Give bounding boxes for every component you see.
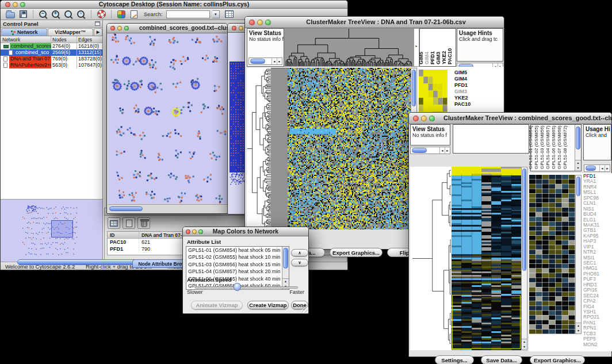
minimize-icon[interactable] (421, 116, 427, 121)
column-header[interactable]: Edges (77, 36, 102, 43)
zoom-in-button[interactable]: + (51, 9, 61, 19)
zoom-out-button[interactable]: − (38, 9, 48, 19)
scroll-left-button[interactable]: ◂ (599, 165, 605, 171)
minimize-icon[interactable] (239, 26, 243, 30)
zoom-slider[interactable]: ◂▸ (248, 58, 282, 65)
scroll-left-button[interactable]: ◂ (439, 147, 445, 154)
zoom-window-icon[interactable] (20, 2, 25, 7)
minimize-icon[interactable] (257, 20, 263, 25)
delete-attribute-button[interactable] (137, 217, 150, 229)
close-icon[interactable] (249, 20, 255, 25)
treeview1-titlebar[interactable]: ClusterMaker TreeView : DNA and Tran 07-… (245, 17, 504, 28)
zoom-fit-button[interactable] (63, 9, 74, 19)
scroll-thumb[interactable] (576, 177, 580, 196)
close-icon[interactable] (110, 26, 115, 30)
zoom-slider[interactable]: ◂▸ (584, 164, 610, 172)
save-data-button[interactable]: Save Data... (481, 355, 522, 364)
network-row[interactable]: combined_sco2569(6)13112(15) (1, 49, 102, 56)
minimize-icon[interactable] (117, 26, 122, 30)
zoom-window-icon[interactable] (124, 26, 129, 30)
help-button[interactable] (96, 9, 106, 19)
heatmap[interactable] (288, 68, 411, 229)
annotation-button[interactable] (129, 9, 139, 19)
slider-thumb[interactable] (250, 59, 265, 64)
attribute-list-item[interactable]: GPL51-03 (GSM856) heat shock 15 min (186, 261, 289, 268)
tab-vizmapper[interactable]: VizMapper™ (48, 28, 94, 36)
scroll-up-button[interactable]: ▴ (576, 323, 581, 328)
network-canvas[interactable] (108, 33, 227, 204)
new-attribute-button[interactable] (123, 217, 135, 229)
zoom-slider[interactable]: ◂▸ (410, 147, 450, 154)
move-up-button[interactable]: ∧ (291, 249, 308, 256)
search-input[interactable] (166, 10, 210, 18)
scroll-right-button[interactable]: ▸ (605, 165, 610, 171)
heatmap[interactable] (452, 167, 521, 350)
zoom-heatmap[interactable] (529, 175, 575, 334)
list-scrollbar[interactable]: ▴▾ (282, 247, 289, 289)
attribute-list-item[interactable]: GPL51-01 (GSM854) heat shock 05 min (186, 247, 289, 254)
export-graphics-button[interactable]: Export Graphics... (530, 355, 585, 364)
row-dendrogram[interactable] (410, 167, 452, 350)
scroll-right-button[interactable]: ▸ (445, 147, 450, 154)
vizmapper-button[interactable] (116, 9, 127, 19)
scroll-down-button[interactable]: ▾ (576, 328, 581, 334)
scroll-up-button[interactable]: ▴ (575, 160, 581, 166)
main-titlebar[interactable]: Cytoscape Desktop (Session Name: collins… (1, 1, 347, 9)
settings-button[interactable]: Settings... (435, 355, 474, 364)
row-dendrogram[interactable] (247, 68, 271, 229)
close-icon[interactable] (413, 116, 419, 121)
zoom-window-icon[interactable] (429, 116, 435, 121)
scroll-down-button[interactable]: ▾ (522, 344, 527, 350)
open-file-button[interactable] (5, 9, 16, 19)
speed-slider-thumb[interactable] (234, 283, 241, 291)
vertical-scrollbar[interactable]: ▴▾ (521, 167, 527, 350)
select-attributes-button[interactable] (108, 217, 120, 229)
scroll-right-button[interactable]: ▸ (277, 58, 282, 64)
birdseye-canvas[interactable] (2, 201, 101, 260)
save-button[interactable] (18, 9, 28, 19)
scroll-down-button[interactable]: ▾ (575, 166, 581, 171)
close-icon[interactable] (232, 26, 236, 30)
attribute-list-item[interactable]: GPL51-02 (GSM855) heat shock 10 min (186, 254, 289, 260)
network-window-titlebar[interactable]: combined_scores_good.txt--cluste... (107, 24, 227, 33)
animate-vizmap-button[interactable]: Animate Vizmap (191, 301, 243, 309)
column-header[interactable]: ID (108, 232, 139, 238)
vertical-scrollbar[interactable]: ▴▾ (575, 175, 582, 334)
column-dendrogram[interactable] (284, 28, 414, 67)
network-row[interactable]: DNA and Tran 07769(0)183728(0) (1, 56, 102, 62)
birdseye-view[interactable] (1, 200, 102, 262)
search-dropdown-button[interactable]: ▼ (212, 10, 220, 18)
scroll-thumb[interactable] (576, 127, 580, 150)
slider-thumb[interactable] (412, 148, 427, 153)
attribute-list-item[interactable]: GPL51-04 (GSM857) heat shock 20 min (186, 268, 289, 275)
zoom-selected-button[interactable]: ▫ (76, 9, 86, 19)
attribute-browser-button[interactable] (224, 9, 235, 19)
move-down-button[interactable]: ∨ (291, 259, 308, 266)
horizontal-scroll-thumb[interactable] (109, 206, 143, 211)
network-row[interactable]: RNAPuberNov2+I563(0)107847(0) (1, 62, 102, 68)
treeview2-titlebar[interactable]: ClusterMaker TreeView : combined_scores_… (409, 113, 611, 124)
slider-thumb[interactable] (586, 166, 596, 171)
minimize-icon[interactable] (192, 229, 197, 234)
close-icon[interactable] (186, 229, 190, 234)
float-panel-icon[interactable] (95, 21, 100, 26)
scroll-left-button[interactable]: ◂ (271, 58, 277, 64)
column-header[interactable]: Network (1, 36, 51, 43)
scroll-up-button[interactable]: ▴ (522, 339, 527, 344)
vertical-scrollbar[interactable]: ▴▾ (575, 125, 581, 171)
column-header[interactable]: Nodes (51, 36, 77, 43)
close-icon[interactable] (5, 2, 10, 7)
network-row[interactable]: combined_scores2764(0)16218(0) (1, 43, 102, 49)
dialog-titlebar[interactable]: Map Colors to Network (183, 227, 308, 236)
resize-grip[interactable] (302, 307, 308, 313)
speed-slider-track[interactable] (194, 286, 298, 289)
tab-overflow-button[interactable]: ▶ (94, 28, 102, 36)
zoom-window-icon[interactable] (198, 229, 203, 234)
scroll-thumb[interactable] (522, 168, 526, 271)
tab-network[interactable]: Network (1, 28, 47, 36)
minimize-icon[interactable] (13, 2, 18, 7)
scroll-up-button[interactable]: ▴ (282, 279, 289, 284)
scroll-thumb[interactable] (283, 248, 288, 269)
export-graphics-button[interactable]: Export Graphics... (330, 248, 382, 257)
scroll-thumb[interactable] (412, 70, 416, 106)
